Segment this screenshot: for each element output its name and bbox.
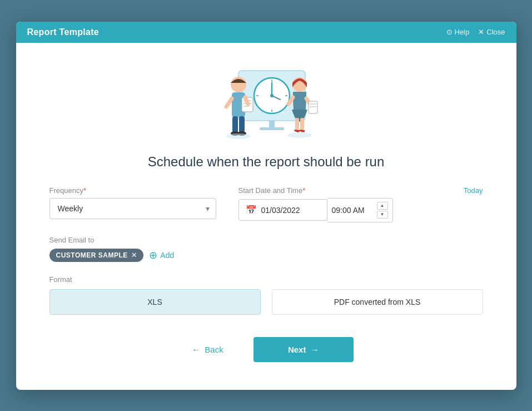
help-button[interactable]: ⊙ Help (446, 28, 470, 36)
email-label: Send Email to (49, 236, 483, 244)
time-value: 09:00 AM (332, 206, 374, 215)
form-row-main: Frequency* Weekly Daily Monthly Yearly ▾… (49, 186, 483, 222)
help-icon: ⊙ (446, 28, 453, 36)
time-decrement-button[interactable]: ▼ (377, 211, 388, 219)
date-input[interactable]: 📅 01/03/2022 (238, 199, 327, 221)
svg-rect-25 (295, 118, 299, 130)
time-spinners: ▲ ▼ (377, 202, 388, 219)
svg-rect-14 (239, 116, 245, 133)
svg-line-19 (226, 98, 232, 107)
format-option-pdf[interactable]: PDF converted from XLS (272, 289, 483, 315)
close-icon: ✕ (478, 28, 484, 36)
format-options: XLS PDF converted from XLS (49, 289, 483, 315)
frequency-label: Frequency* (49, 186, 216, 195)
svg-rect-10 (260, 127, 284, 130)
modal-title: Report Template (27, 27, 100, 37)
svg-rect-13 (232, 116, 238, 133)
frequency-select[interactable]: Weekly Daily Monthly Yearly (49, 198, 216, 219)
svg-rect-26 (300, 118, 304, 130)
next-button[interactable]: Next → (253, 337, 354, 362)
back-button[interactable]: ← Back (178, 338, 236, 361)
svg-rect-29 (309, 101, 317, 113)
arrow-left-icon: ← (192, 345, 200, 354)
today-link[interactable]: Today (464, 186, 483, 195)
header-actions: ⊙ Help ✕ Close (446, 28, 505, 36)
add-email-button[interactable]: ⊕ Add (149, 249, 174, 261)
frequency-select-wrapper: Weekly Daily Monthly Yearly ▾ (49, 198, 216, 219)
add-circle-icon: ⊕ (149, 249, 157, 261)
tag-close-button[interactable]: ✕ (131, 251, 137, 259)
email-section: Send Email to CUSTOMER SAMPLE ✕ ⊕ Add (49, 236, 483, 262)
svg-point-23 (226, 133, 251, 139)
format-label: Format (49, 275, 483, 284)
format-section: Format XLS PDF converted from XLS (49, 275, 483, 315)
email-tags-row: CUSTOMER SAMPLE ✕ ⊕ Add (49, 249, 483, 262)
arrow-right-icon: → (310, 345, 319, 354)
email-tag: CUSTOMER SAMPLE ✕ (49, 249, 144, 262)
datetime-group: Start Date and Time* Today 📅 01/03/2022 … (238, 186, 483, 222)
datetime-row: 📅 01/03/2022 09:00 AM ▲ ▼ (238, 198, 483, 222)
datetime-label: Start Date and Time* Today (238, 186, 483, 195)
illustration (188, 54, 344, 148)
svg-rect-9 (269, 121, 275, 127)
date-value: 01/03/2022 (261, 206, 300, 215)
svg-line-20 (245, 97, 248, 104)
time-input[interactable]: 09:00 AM ▲ ▼ (327, 198, 393, 222)
schedule-heading: Schedule when the report should be run (148, 154, 385, 170)
format-option-xls[interactable]: XLS (49, 289, 261, 315)
modal-footer: ← Back Next → (178, 331, 353, 373)
modal-header: Report Template ⊙ Help ✕ Close (16, 22, 516, 43)
svg-point-32 (287, 132, 312, 138)
modal: Report Template ⊙ Help ✕ Close (16, 22, 516, 390)
frequency-group: Frequency* Weekly Daily Monthly Yearly ▾ (49, 186, 216, 222)
close-button[interactable]: ✕ Close (478, 28, 505, 36)
time-increment-button[interactable]: ▲ (377, 202, 388, 210)
tag-label: CUSTOMER SAMPLE (56, 251, 128, 259)
calendar-icon: 📅 (246, 205, 257, 215)
modal-body: Schedule when the report should be run F… (16, 43, 516, 390)
